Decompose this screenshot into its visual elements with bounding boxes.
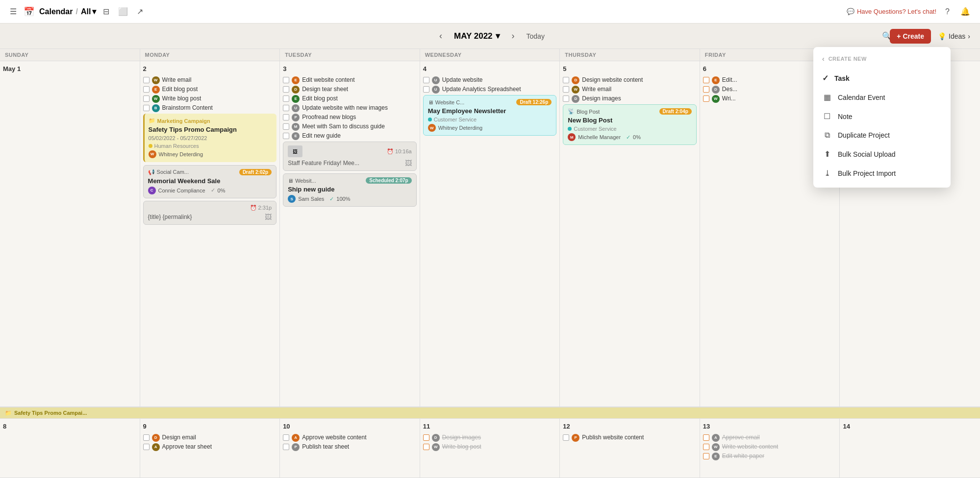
task-checkbox[interactable]: [703, 96, 709, 102]
avatar: D: [572, 76, 579, 84]
dropdown-item-duplicate-project[interactable]: ⧉ Duplicate Project: [813, 126, 951, 144]
task-checkbox[interactable]: [703, 453, 709, 459]
card-title: Memorial Weekend Sale: [148, 177, 272, 185]
task-design-email[interactable]: D Design email: [143, 434, 277, 442]
task-checkbox[interactable]: [143, 444, 150, 450]
task-meet-sam[interactable]: M Meet with Sam to discuss guide: [283, 123, 417, 131]
task-checkbox[interactable]: [423, 444, 429, 450]
task-checkbox[interactable]: [423, 77, 429, 83]
task-publish-website[interactable]: P Publish website content: [563, 434, 697, 442]
task-checkbox[interactable]: [283, 434, 289, 441]
task-publish-tear[interactable]: P Publish tear sheet: [283, 443, 417, 451]
task-proofread[interactable]: P Proofread new blogs: [283, 114, 417, 121]
task-checkbox[interactable]: [563, 77, 569, 83]
create-button[interactable]: + Create: [890, 29, 931, 44]
next-month-button[interactable]: ›: [508, 29, 519, 43]
task-label: Design images: [582, 95, 621, 103]
filter-button[interactable]: ⊟: [101, 5, 111, 18]
task-design-images-strike[interactable]: D Design images: [423, 434, 557, 442]
task-approve-website[interactable]: A Approve website content: [283, 434, 417, 442]
task-design-web-content[interactable]: D Design website content: [563, 76, 697, 84]
task-checkbox[interactable]: [283, 86, 289, 93]
task-approve-tear[interactable]: A Approve tear sheet: [143, 443, 277, 451]
task-checkbox[interactable]: [143, 105, 150, 111]
cell-wed4: 4 U Update website U Update Analytics Sp…: [420, 61, 560, 407]
task-write-blog[interactable]: W Write blog post: [143, 95, 277, 103]
week2-row: 8 9 D Design email A Approve tear sheet …: [0, 419, 980, 478]
task-brainstorm[interactable]: B Brainstorm Content: [143, 104, 277, 112]
help-button[interactable]: ?: [943, 5, 952, 18]
dropdown-item-task[interactable]: ✓ Task: [813, 69, 951, 88]
task-write-website-strike[interactable]: W Write website content: [703, 443, 837, 451]
ship-guide-card[interactable]: 🖥 Websit... Scheduled 2:07p Ship new gui…: [283, 173, 417, 207]
blog-post-card[interactable]: 📡 Blog Post Draft 2:04p New Blog Post Cu…: [563, 104, 697, 145]
task-approve-email-strike[interactable]: A Approve email: [703, 434, 837, 442]
day-wednesday: WEDNESDAY: [420, 49, 560, 61]
task-label: Design website content: [582, 76, 643, 84]
task-checkbox[interactable]: [423, 86, 429, 93]
task-checkbox[interactable]: [283, 77, 289, 83]
social-campaign-card[interactable]: 📢 Social Cam... Draft 2:02p Memorial Wee…: [143, 165, 277, 198]
task-checkbox[interactable]: [423, 434, 429, 441]
task-write-email-thu[interactable]: W Write email: [563, 86, 697, 94]
help-chat-link[interactable]: 💬 Have Questions? Let's chat!: [847, 8, 936, 15]
avatar: E: [152, 86, 160, 94]
task-checkbox[interactable]: [283, 96, 289, 102]
ideas-button[interactable]: 💡 Ideas ›: [938, 32, 970, 40]
dropdown-item-calendar-event[interactable]: ▦ Calendar Event: [813, 88, 951, 107]
task-checkbox[interactable]: [563, 96, 569, 102]
newsletter-card[interactable]: 🖥 Website C... Draft 12:26p May Employee…: [423, 95, 557, 136]
task-checkbox[interactable]: [703, 434, 709, 441]
dropdown-back-button[interactable]: ‹: [822, 55, 825, 63]
task-edit-blog-tue[interactable]: E Edit blog post: [283, 95, 417, 103]
task-edit-white-paper-strike[interactable]: E Edit white paper: [703, 453, 837, 460]
task-edit-website[interactable]: E Edit website content: [283, 76, 417, 84]
image-thumb: 🖼: [293, 149, 298, 154]
task-checkbox[interactable]: [563, 86, 569, 93]
task-label: Approve website content: [302, 434, 366, 442]
note-icon: ☐: [822, 112, 832, 121]
notifications-button[interactable]: 🔔: [958, 5, 972, 18]
task-checkbox[interactable]: [143, 434, 150, 441]
task-checkbox[interactable]: [283, 444, 289, 450]
task-checkbox[interactable]: [563, 434, 569, 441]
task-edit-blog[interactable]: E Edit blog post: [143, 86, 277, 94]
task-checkbox[interactable]: [143, 77, 150, 83]
dropdown-item-bulk-social[interactable]: ⬆ Bulk Social Upload: [813, 144, 951, 164]
marketing-campaign-card[interactable]: 📁 Marketing Campaign Safety Tips Promo C…: [143, 114, 277, 162]
project-tag: Customer Service: [428, 117, 552, 122]
task-checkbox[interactable]: [143, 86, 150, 93]
task-label: Design tear sheet: [302, 86, 348, 94]
task-checkbox[interactable]: [703, 444, 709, 450]
view-selector[interactable]: All ▾: [81, 7, 96, 16]
dropdown-item-note[interactable]: ☐ Note: [813, 107, 951, 126]
task-update-analytics[interactable]: U Update Analytics Spreadsheet: [423, 86, 557, 94]
task-update-website[interactable]: U Update website: [423, 76, 557, 84]
task-checkbox[interactable]: [143, 96, 150, 102]
card-header: 🖥 Website C... Draft 12:26p: [428, 99, 552, 105]
task-write-blog-strike[interactable]: W Write blog post: [423, 443, 557, 451]
prev-month-button[interactable]: ‹: [435, 29, 446, 43]
task-checkbox[interactable]: [703, 86, 709, 93]
image-card[interactable]: ⏰ 2:31p {title} {permalink} 🖼: [143, 201, 277, 225]
task-checkbox[interactable]: [283, 114, 289, 120]
today-button[interactable]: Today: [527, 32, 545, 40]
task-design-images[interactable]: D Design images: [563, 95, 697, 103]
share-button[interactable]: ↗: [135, 5, 145, 18]
task-write-email[interactable]: W Write email: [143, 76, 277, 84]
avatar: E: [712, 76, 720, 84]
chat-icon: 💬: [847, 8, 854, 15]
task-checkbox[interactable]: [283, 105, 289, 111]
month-title[interactable]: MAY 2022 ▾: [454, 31, 500, 41]
task-update-website-images[interactable]: U Update website with new images: [283, 104, 417, 112]
task-checkbox[interactable]: [283, 123, 289, 130]
task-checkbox[interactable]: [283, 133, 289, 139]
dropdown-item-label: Calendar Event: [838, 94, 885, 101]
task-design-tear[interactable]: D Design tear sheet: [283, 86, 417, 94]
hamburger-menu-button[interactable]: ☰: [8, 5, 19, 18]
task-edit-guide[interactable]: E Edit new guide: [283, 132, 417, 140]
staff-feature-card[interactable]: 🖼 ⏰ 10:16a Staff Feature Friday! Mee... …: [283, 142, 417, 171]
display-button[interactable]: ⬜: [116, 5, 130, 18]
task-checkbox[interactable]: [703, 77, 709, 83]
dropdown-item-bulk-import[interactable]: ⤓ Bulk Project Import: [813, 164, 951, 183]
